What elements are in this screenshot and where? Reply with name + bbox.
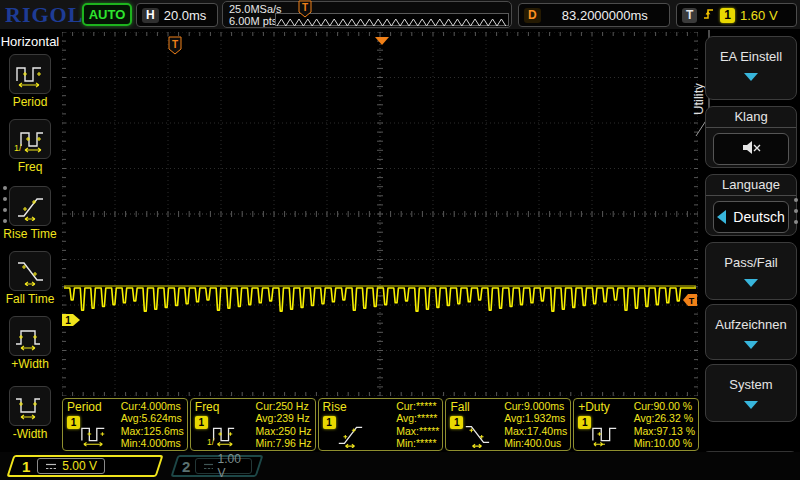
period-icon xyxy=(13,59,47,89)
rise-time-icon xyxy=(333,420,367,448)
menu-page-dots xyxy=(3,186,7,230)
chevron-left-icon xyxy=(717,210,726,224)
softkey-klang[interactable]: Klang xyxy=(705,106,797,168)
softkey-aufzeichnen[interactable]: Aufzeichnen xyxy=(705,304,797,360)
rigol-logo: RIGOL xyxy=(5,2,83,28)
menu-item-fall-time[interactable]: Fall Time xyxy=(0,251,60,306)
measurement-bar: Period 1 Cur:4.000ms Avg:5.624ms Max:125… xyxy=(62,398,699,451)
menu-page-dots-right xyxy=(794,198,798,231)
acquisition-status-badge: AUTO xyxy=(82,3,132,26)
channel1-offset-marker[interactable]: 1 xyxy=(61,313,81,331)
delay-value: 83.2000000ms xyxy=(562,8,648,23)
minus-width-icon xyxy=(13,391,47,421)
sample-rate: 25.0MSa/s xyxy=(229,3,282,15)
sound-toggle-button[interactable] xyxy=(713,133,789,165)
trigger-position-flag-preview[interactable]: T xyxy=(298,0,312,18)
timebase-label: H xyxy=(142,8,159,23)
softkey-pass-fail[interactable]: Pass/Fail xyxy=(705,242,797,300)
trigger-source-badge: 1 xyxy=(720,8,735,23)
plus-width-icon xyxy=(13,321,47,351)
channel1-number: 1 xyxy=(22,458,30,475)
channel1-scale-box: 5.00 V xyxy=(37,458,105,474)
trigger-position-flag[interactable]: T xyxy=(168,36,182,59)
top-status-bar: RIGOL AUTO H 20.0ms 25.0MSa/s 6.00M pts … xyxy=(0,0,800,30)
menu-item-freq[interactable]: 1/ Freq xyxy=(0,119,60,174)
measurement-panel-period[interactable]: Period 1 Cur:4.000ms Avg:5.624ms Max:125… xyxy=(62,398,188,451)
waveform-display-area xyxy=(62,32,698,396)
plus-duty-icon xyxy=(588,420,622,448)
graticule xyxy=(62,32,698,396)
rise-time-icon xyxy=(13,191,47,221)
memory-depth: 6.00M pts xyxy=(229,15,282,27)
svg-text:T: T xyxy=(172,39,178,50)
channel2-scale: 1.00 V xyxy=(218,452,245,480)
oscilloscope-screen: RIGOL AUTO H 20.0ms 25.0MSa/s 6.00M pts … xyxy=(0,0,800,480)
menu-item-period[interactable]: Period xyxy=(0,54,60,109)
rising-edge-icon xyxy=(702,6,715,24)
chevron-down-icon xyxy=(744,341,758,349)
channel2-indicator[interactable]: 2 1.00 V xyxy=(170,455,263,477)
freq-icon: 1/ xyxy=(205,420,239,448)
svg-text:1/: 1/ xyxy=(207,437,215,447)
horizontal-timebase-box[interactable]: H 20.0ms xyxy=(136,3,218,27)
channel1-scale: 5.00 V xyxy=(62,459,97,473)
softkey-system[interactable]: System xyxy=(705,364,797,422)
channel2-number: 2 xyxy=(182,458,190,475)
chevron-down-icon xyxy=(744,279,758,287)
language-value: Deutsch xyxy=(733,209,784,225)
channel2-scale-box: 1.00 V xyxy=(195,458,252,474)
svg-text:T: T xyxy=(302,2,308,13)
dc-coupling-icon xyxy=(45,462,57,471)
fall-time-icon xyxy=(460,420,494,448)
acquisition-info-box: 25.0MSa/s 6.00M pts xyxy=(222,1,512,28)
left-menu-title: Horizontal xyxy=(0,34,60,49)
dc-coupling-icon xyxy=(203,462,212,471)
screen-center-marker-icon xyxy=(374,32,390,50)
trigger-level-value: 1.60 V xyxy=(740,8,778,23)
menu-item-rise-time[interactable]: Rise Time xyxy=(0,186,60,241)
horizontal-delay-box[interactable]: D 83.2000000ms xyxy=(518,3,670,27)
measurement-panel-freq[interactable]: Freq 1 1/ Cur:250 Hz Avg:239 Hz Max:250 … xyxy=(190,398,316,451)
freq-icon: 1/ xyxy=(13,124,47,154)
measurement-panel-duty[interactable]: +Duty 1 Cur:90.00 % Avg:26.32 % Max:97.1… xyxy=(573,398,699,451)
softkey-ea-einstell[interactable]: EA Einstell xyxy=(705,36,797,100)
menu-item-minus-width[interactable]: -Width xyxy=(0,386,60,441)
measurement-panel-fall[interactable]: Fall 1 Cur:9.000ms Avg:1.932ms Max:17.40… xyxy=(445,398,571,451)
trigger-label: T xyxy=(682,8,697,23)
svg-text:T: T xyxy=(689,296,695,306)
chevron-down-icon xyxy=(744,73,758,81)
svg-text:1/: 1/ xyxy=(14,143,22,153)
channel1-indicator[interactable]: 1 5.00 V xyxy=(6,455,163,477)
speaker-muted-icon xyxy=(740,139,762,159)
fall-time-icon xyxy=(13,256,47,286)
timebase-value: 20.0ms xyxy=(164,8,207,23)
trigger-level-marker[interactable]: T xyxy=(682,293,698,311)
chevron-down-icon xyxy=(744,401,758,409)
measurement-panel-rise[interactable]: Rise 1 Cur:***** Avg:***** Max:***** Min… xyxy=(318,398,444,451)
period-icon xyxy=(77,420,111,448)
channel-status-bar: 1 5.00 V 2 1.00 V xyxy=(0,452,800,480)
language-select[interactable]: Deutsch xyxy=(713,201,789,233)
delay-label: D xyxy=(524,8,541,23)
preview-wave xyxy=(276,17,508,28)
menu-item-plus-width[interactable]: +Width xyxy=(0,316,60,371)
trigger-info-box[interactable]: T 1 1.60 V xyxy=(676,3,797,27)
utility-soft-menu: Utility EA Einstell Klang Language Deuts… xyxy=(700,30,800,480)
left-measure-menu: Horizontal Period 1/ Freq Rise Time Fall… xyxy=(0,30,60,452)
softkey-language[interactable]: Language Deutsch xyxy=(705,174,797,236)
svg-text:1: 1 xyxy=(65,315,71,326)
